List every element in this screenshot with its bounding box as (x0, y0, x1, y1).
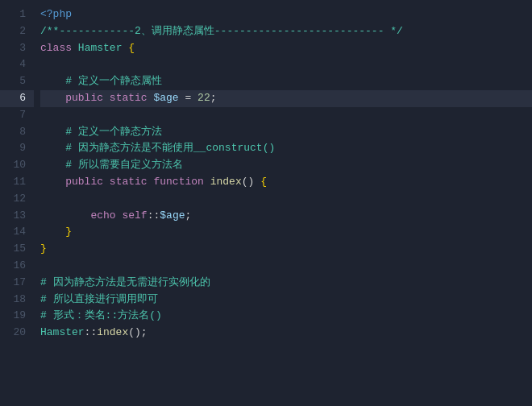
code-line-14: } (40, 224, 532, 241)
token-plain (40, 176, 65, 188)
code-line-10: # 所以需要自定义方法名 (40, 157, 532, 174)
token-self-keyword: self (122, 209, 147, 222)
code-line-15: } (40, 241, 532, 258)
token-comment: # 因为静态方法是不能使用__construct() (65, 142, 275, 154)
token-plain (103, 176, 110, 188)
code-line-4 (40, 56, 532, 73)
code-line-2: /**------------2、调用静态属性-----------------… (40, 23, 532, 40)
token-keyword: function (153, 176, 203, 188)
line-number-18: 18 (0, 292, 34, 309)
code-line-6: public static $age = 22; (40, 90, 532, 107)
line-number-13: 13 (0, 208, 34, 225)
line-number-8: 8 (0, 124, 34, 141)
token-plain: :: (148, 209, 160, 222)
token-plain (72, 42, 78, 54)
code-line-5: # 定义一个静态属性 (40, 73, 532, 90)
token-keyword: static (110, 92, 148, 104)
token-plain (204, 176, 210, 188)
line-number-11: 11 (0, 174, 34, 191)
token-keyword: public (65, 92, 103, 104)
line-number-5: 5 (0, 73, 34, 90)
token-plain (40, 226, 65, 238)
line-number-7: 7 (0, 107, 34, 124)
code-line-11: public static function index() { (40, 174, 532, 191)
token-class-call: Hamster (40, 326, 85, 338)
token-comment: /**------------2、调用静态属性-----------------… (40, 25, 403, 37)
line-number-12: 12 (0, 191, 34, 208)
line-number-20: 20 (0, 325, 34, 342)
token-plain (40, 142, 65, 154)
code-line-7 (40, 107, 532, 124)
token-brace: } (40, 242, 47, 255)
code-line-12 (40, 191, 532, 208)
line-number-10: 10 (0, 157, 34, 174)
code-line-16 (40, 258, 532, 275)
token-keyword: static (110, 176, 148, 188)
token-plain: ; (210, 92, 217, 104)
code-line-17: # 因为静态方法是无需进行实例化的 (40, 275, 532, 292)
token-php-tag: <?php (40, 8, 72, 20)
line-number-14: 14 (0, 224, 34, 241)
token-variable: $age (153, 92, 178, 104)
line-number-6: 6 (0, 90, 34, 107)
token-comment: # 定义一个静态属性 (65, 75, 162, 87)
code-line-20: Hamster::index(); (40, 325, 532, 342)
line-number-19: 19 (0, 308, 34, 325)
token-keyword: class (40, 42, 72, 54)
code-line-19: # 形式：类名::方法名() (40, 308, 532, 325)
token-comment: # 因为静态方法是无需进行实例化的 (40, 276, 210, 288)
line-number-16: 16 (0, 258, 34, 275)
line-numbers: 1234567891011121314151617181920 (0, 0, 34, 406)
token-plain (40, 75, 65, 87)
token-method-call: index (97, 326, 128, 338)
token-brace: } (65, 226, 72, 238)
code-line-18: # 所以直接进行调用即可 (40, 292, 532, 309)
token-plain (103, 92, 110, 104)
line-number-9: 9 (0, 140, 34, 157)
token-plain: (); (128, 326, 147, 338)
token-brace: { (128, 42, 135, 54)
token-plain (40, 92, 65, 104)
token-comment: # 所以直接进行调用即可 (40, 293, 158, 305)
token-keyword: public (65, 176, 103, 188)
line-number-3: 3 (0, 40, 34, 57)
token-number: 22 (197, 92, 210, 104)
token-class-name: Hamster (78, 42, 123, 54)
line-number-2: 2 (0, 23, 34, 40)
token-comment: # 定义一个静态方法 (65, 126, 162, 138)
line-number-17: 17 (0, 275, 34, 292)
token-plain: :: (85, 326, 98, 338)
token-plain (40, 159, 65, 171)
line-number-4: 4 (0, 56, 34, 73)
line-number-15: 15 (0, 241, 34, 258)
code-line-13: echo self::$age; (40, 208, 532, 225)
token-comment: # 形式：类名::方法名() (40, 309, 162, 321)
token-variable: $age (160, 209, 185, 222)
code-line-8: # 定义一个静态方法 (40, 124, 532, 141)
token-comment: # 所以需要自定义方法名 (65, 159, 183, 171)
token-brace: { (260, 176, 267, 188)
token-plain: () (242, 176, 260, 188)
token-echo-keyword: echo (90, 209, 115, 222)
code-line-1: <?php (40, 6, 532, 23)
token-plain (40, 209, 90, 222)
code-editor: 1234567891011121314151617181920 <?php/**… (0, 0, 532, 406)
token-function-name: index (210, 176, 242, 188)
line-number-1: 1 (0, 6, 34, 23)
token-plain (40, 126, 65, 138)
token-plain: ; (185, 209, 192, 222)
code-line-9: # 因为静态方法是不能使用__construct() (40, 140, 532, 157)
code-content[interactable]: <?php/**------------2、调用静态属性------------… (34, 0, 532, 406)
code-line-3: class Hamster { (40, 40, 532, 57)
token-plain: = (179, 92, 197, 104)
